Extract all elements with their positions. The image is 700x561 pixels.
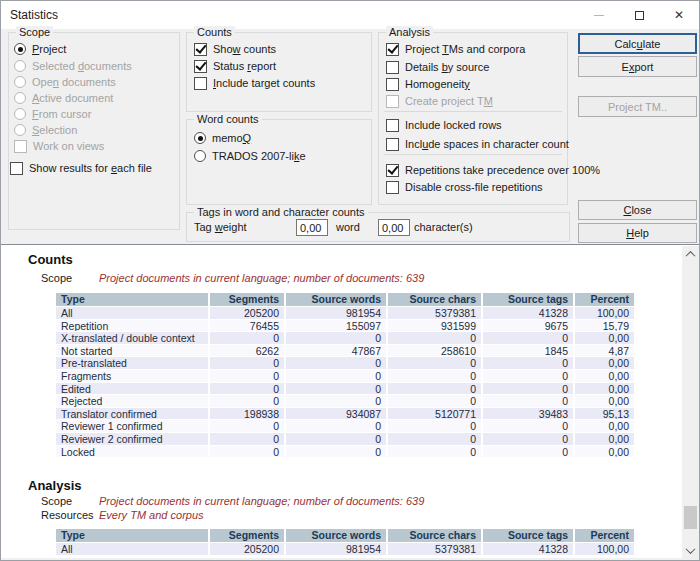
header-cell: Source words xyxy=(284,529,386,542)
table-cell: 0 xyxy=(481,357,573,369)
table-cell: 0 xyxy=(284,383,386,395)
radio-icon xyxy=(194,132,206,144)
table-row: Locked 0 0 0 0 0,00 xyxy=(56,446,634,459)
table-row: Not started 6262 47867 258610 1845 4,87 xyxy=(56,345,634,358)
table-cell: 39483 xyxy=(481,408,573,420)
close-dialog-button[interactable]: Close xyxy=(578,200,697,220)
table-cell: X-translated / double context xyxy=(56,332,208,344)
table-row: All 205200 981954 5379381 41328 100,00 xyxy=(56,307,634,320)
status-report-checkbox[interactable]: Status report xyxy=(194,59,276,73)
radio-icon xyxy=(14,76,26,88)
table-cell: 0 xyxy=(208,395,284,407)
table-cell: 0 xyxy=(284,446,386,458)
table-cell: 0 xyxy=(284,357,386,369)
scope-option-selected-documents: Selected documents xyxy=(14,59,132,73)
table-cell: 0 xyxy=(208,357,284,369)
table-cell: Edited xyxy=(56,383,208,395)
analysis-table: Type Segments Source words Source chars … xyxy=(56,529,634,556)
scroll-down-button[interactable] xyxy=(682,542,699,558)
analysis-resources-label: Resources xyxy=(41,509,94,521)
table-cell: 931599 xyxy=(386,320,481,332)
table-row: Reviewer 2 confirmed 0 0 0 0 0,00 xyxy=(56,433,634,446)
header-cell: Source chars xyxy=(386,293,481,306)
help-button[interactable]: Help xyxy=(578,223,697,243)
table-cell: 41328 xyxy=(481,543,573,555)
table-cell: 0,00 xyxy=(573,420,634,432)
table-cell: Translator confirmed xyxy=(56,408,208,420)
close-button[interactable]: ✕ xyxy=(659,1,699,29)
include-target-counts-checkbox[interactable]: Include target counts xyxy=(194,76,315,90)
table-header-row: Type Segments Source words Source chars … xyxy=(56,293,634,307)
trados-2007-like-radio[interactable]: TRADOS 2007-like xyxy=(194,149,306,163)
details-by-source-checkbox[interactable]: Details by source xyxy=(386,60,489,74)
header-cell: Source words xyxy=(284,293,386,306)
tag-weight-char-input[interactable] xyxy=(378,219,410,236)
analysis-scope-label: Scope xyxy=(41,495,72,507)
checkbox-icon xyxy=(194,60,207,73)
table-cell: 0 xyxy=(481,420,573,432)
scrollbar-thumb[interactable] xyxy=(684,506,697,529)
checkbox-icon xyxy=(10,162,23,175)
table-cell: 0 xyxy=(386,420,481,432)
header-cell: Percent xyxy=(573,529,634,542)
project-tms-and-corpora-checkbox[interactable]: Project TMs and corpora xyxy=(386,42,525,56)
radio-icon xyxy=(14,108,26,120)
table-cell: Repetition xyxy=(56,320,208,332)
table-cell: 205200 xyxy=(208,307,284,319)
export-button[interactable]: Export xyxy=(578,56,697,77)
homogeneity-checkbox[interactable]: Homogeneity xyxy=(386,77,470,91)
table-cell: 0,00 xyxy=(573,433,634,445)
table-cell: 0 xyxy=(386,370,481,382)
scroll-up-button[interactable] xyxy=(682,246,699,262)
table-cell: Fragments xyxy=(56,370,208,382)
radio-icon xyxy=(194,150,206,162)
memoq-radio[interactable]: memoQ xyxy=(194,131,251,145)
maximize-icon xyxy=(635,11,644,20)
maximize-button[interactable] xyxy=(619,1,659,29)
table-header-row: Type Segments Source words Source chars … xyxy=(56,529,634,543)
table-cell: 0 xyxy=(208,433,284,445)
table-cell: 0,00 xyxy=(573,383,634,395)
scope-option-selection: Selection xyxy=(14,123,77,137)
checkbox-icon xyxy=(386,164,399,177)
table-cell: 100,00 xyxy=(573,307,634,319)
include-spaces-checkbox[interactable]: Include spaces in character count xyxy=(386,137,569,151)
table-cell: 0 xyxy=(386,433,481,445)
calculate-button[interactable]: Calculate xyxy=(578,33,697,54)
table-cell: 258610 xyxy=(386,345,481,357)
table-cell: 95,13 xyxy=(573,408,634,420)
repetitions-precedence-checkbox[interactable]: Repetitions take precedence over 100% xyxy=(386,163,600,177)
separator xyxy=(384,154,562,155)
table-cell: 0 xyxy=(386,395,481,407)
table-cell: 0 xyxy=(481,433,573,445)
table-cell: 0 xyxy=(386,383,481,395)
table-cell: 0 xyxy=(208,446,284,458)
analysis-scope-value: Project documents in current language; n… xyxy=(99,495,424,507)
disable-cross-file-repetitions-checkbox[interactable]: Disable cross-file repetitions xyxy=(386,180,543,194)
header-cell: Source chars xyxy=(386,529,481,542)
radio-icon xyxy=(14,92,26,104)
table-cell: 0 xyxy=(284,332,386,344)
show-results-for-each-file-checkbox[interactable]: Show results for each file xyxy=(10,161,152,175)
table-cell: 76455 xyxy=(208,320,284,332)
table-cell: 0 xyxy=(208,383,284,395)
include-locked-rows-checkbox[interactable]: Include locked rows xyxy=(386,118,502,132)
table-row: Repetition 76455 155097 931599 9675 15,7… xyxy=(56,320,634,333)
radio-icon xyxy=(14,60,26,72)
scope-option-project[interactable]: Project xyxy=(14,42,66,56)
table-cell: 0 xyxy=(481,332,573,344)
header-cell: Percent xyxy=(573,293,634,306)
chevron-down-icon xyxy=(686,544,696,554)
table-row: X-translated / double context 0 0 0 0 0,… xyxy=(56,332,634,345)
counts-table: Type Segments Source words Source chars … xyxy=(56,293,634,458)
checkbox-icon xyxy=(194,77,207,90)
table-cell: 4,87 xyxy=(573,345,634,357)
table-row: Pre-translated 0 0 0 0 0,00 xyxy=(56,357,634,370)
show-counts-checkbox[interactable]: Show counts xyxy=(194,42,276,56)
tag-weight-word-input[interactable] xyxy=(296,219,328,236)
table-cell: 205200 xyxy=(208,543,284,555)
analysis-section-heading: Analysis xyxy=(28,478,81,493)
scope-option-open-documents: Open documents xyxy=(14,75,116,89)
vertical-scrollbar[interactable] xyxy=(682,246,699,558)
word-counts-group-label: Word counts xyxy=(194,113,262,125)
